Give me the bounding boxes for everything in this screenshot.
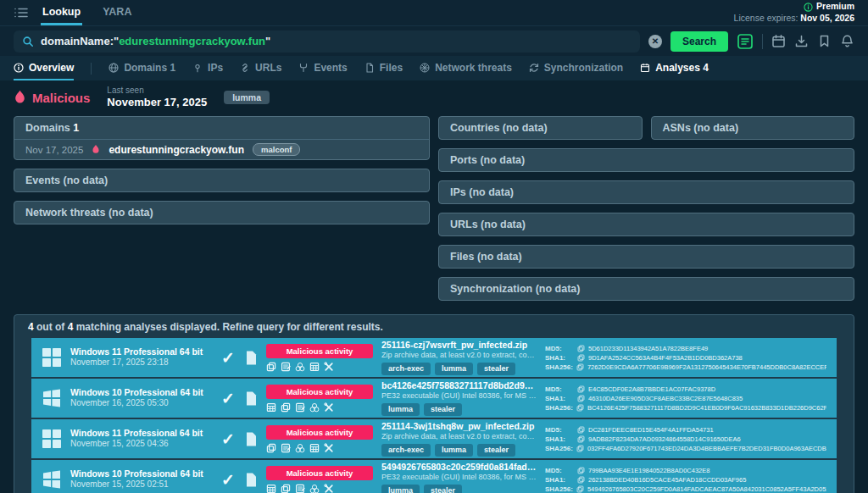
copy-icon[interactable]: [281, 484, 291, 493]
tag[interactable]: lumma: [381, 485, 420, 493]
search-icon: [22, 36, 34, 47]
report-icon[interactable]: [281, 362, 291, 372]
biohazard-icon[interactable]: [295, 362, 305, 372]
menu-icon[interactable]: [14, 5, 29, 20]
sample-filename[interactable]: 251116-czj7wsvrft_pw_infected.zip: [381, 340, 537, 351]
biohazard-icon[interactable]: [309, 402, 320, 413]
check-icon: ✓: [220, 429, 236, 449]
biohazard-icon[interactable]: [295, 443, 305, 453]
domain-row[interactable]: Nov 17, 2025 edurestunningcrackyow.fun m…: [14, 139, 429, 159]
tools-icon[interactable]: [324, 362, 334, 372]
analysis-row[interactable]: Windows 11 Professional 64 bitNovember 1…: [31, 338, 837, 377]
copy-icon[interactable]: [266, 443, 276, 453]
panel-events: Events (no data): [14, 169, 430, 192]
tab-ips[interactable]: IPs: [192, 56, 223, 80]
copy-hash-icon[interactable]: [576, 363, 584, 371]
sample-filename[interactable]: 5494926765803c20c259fd0a814fadcaeac87a50…: [381, 462, 537, 473]
report-icon[interactable]: [281, 443, 291, 453]
copy-hash-icon[interactable]: [577, 354, 585, 362]
analyses-rows: Windows 11 Professional 64 bitNovember 1…: [14, 338, 854, 493]
copy-hash-icon[interactable]: [577, 435, 585, 443]
tag[interactable]: stealer: [424, 485, 462, 493]
clear-search-button[interactable]: ✕: [648, 35, 662, 48]
sha256-hash: 7262D0E9CDA6A77706E9B969F2A1312750645434…: [587, 363, 826, 371]
check-icon: ✓: [220, 348, 236, 368]
grid-report-icon[interactable]: [266, 484, 276, 493]
copy-icon[interactable]: [266, 362, 276, 372]
threat-tag[interactable]: lumma: [224, 91, 270, 104]
tab-events[interactable]: Events: [298, 56, 347, 80]
overview-panels: Domains 1 Nov 17, 2025 edurestunningcrac…: [0, 114, 868, 307]
tag[interactable]: stealer: [477, 363, 515, 375]
copy-hash-icon[interactable]: [577, 345, 585, 352]
sample-filename[interactable]: 251114-3wj1tshq8w_pw_infected.zip: [381, 421, 537, 432]
tab-files[interactable]: Files: [364, 56, 403, 80]
copy-hash-icon[interactable]: [577, 395, 585, 402]
report-icon[interactable]: [295, 402, 305, 413]
analysis-row[interactable]: Windows 10 Professional 64 bitNovember 1…: [31, 379, 837, 418]
tools-icon[interactable]: [324, 402, 334, 413]
tag[interactable]: lumma: [435, 363, 473, 375]
tab-domains[interactable]: Domains 1: [108, 56, 175, 80]
analyses-section: 4 out of 4 matching analyses displayed. …: [14, 314, 854, 493]
query-value: edurestunningcrackyow.fun: [119, 35, 265, 47]
grid-report-icon[interactable]: [266, 402, 276, 413]
malicious-flame-icon: [92, 144, 100, 155]
sample-filename[interactable]: bc4126e425f75883271117d8bd2d9c41eb0d9f6a…: [381, 380, 537, 391]
grid-report-icon[interactable]: [309, 443, 320, 453]
panel-files: Files (no data): [438, 245, 854, 269]
tools-icon[interactable]: [324, 484, 334, 493]
domain-link[interactable]: edurestunningcrackyow.fun: [108, 144, 244, 156]
tag[interactable]: stealer: [477, 444, 515, 457]
biohazard-icon[interactable]: [309, 484, 320, 493]
analysis-row[interactable]: Windows 10 Professional 64 bitNovember 1…: [31, 460, 837, 493]
analysis-date: November 16, 2025 05:30: [70, 398, 211, 409]
sha1-hash: 9ADB82F8234DA7AD09324864558D14C91650DEA6: [588, 435, 741, 443]
copy-hash-icon[interactable]: [577, 426, 585, 434]
bookmark-icon[interactable]: [817, 34, 832, 48]
domain-date: Nov 17, 2025: [25, 145, 83, 155]
grid-report-icon[interactable]: [309, 362, 320, 372]
result-tabs: Overview Domains 1 IPs URLs Events Files…: [0, 56, 868, 80]
tab-overview[interactable]: Overview: [14, 56, 74, 80]
sha1-hash: 262138BDED40B16D5CACE45AFAD18CCDD03AF965: [588, 476, 746, 484]
tab-synchronization[interactable]: Synchronization: [529, 56, 623, 80]
info-icon: [804, 3, 813, 12]
panel-countries: Countries (no data): [438, 116, 643, 140]
top-tab-lookup[interactable]: Lookup: [41, 0, 82, 25]
tab-urls[interactable]: URLs: [240, 56, 281, 80]
tag[interactable]: arch-exec: [381, 363, 431, 375]
copy-hash-icon[interactable]: [576, 445, 584, 452]
copy-hash-icon[interactable]: [577, 385, 585, 393]
tag[interactable]: stealer: [424, 403, 462, 416]
tab-analyses[interactable]: Analyses 4: [640, 56, 709, 80]
tools-icon[interactable]: [324, 443, 334, 453]
copy-icon[interactable]: [281, 402, 291, 413]
query-templates-icon[interactable]: [737, 33, 754, 50]
malicious-activity-badge: Malicious activity: [266, 385, 373, 399]
copy-hash-icon[interactable]: [576, 404, 584, 412]
copy-hash-icon[interactable]: [577, 476, 585, 484]
tag[interactable]: lumma: [381, 403, 420, 416]
tab-network-threats[interactable]: Network threats: [420, 56, 512, 80]
copy-hash-icon[interactable]: [576, 485, 584, 493]
top-bar: Lookup YARA Premium License expires: Nov…: [0, 0, 868, 25]
copy-hash-icon[interactable]: [577, 467, 585, 474]
sha1-hash: 46310DA26EE905D3CF8AEBC33BC2E87E5648C835: [588, 395, 743, 402]
top-tab-yara[interactable]: YARA: [101, 0, 133, 25]
search-input[interactable]: domainName:"edurestunningcrackyow.fun": [14, 30, 640, 53]
analysis-row[interactable]: Windows 11 Professional 64 bitNovember 1…: [31, 419, 837, 458]
sha256-hash: 5494926765803C20C259FD0A814FADCAEAC87A50…: [587, 485, 826, 493]
download-icon[interactable]: [794, 34, 809, 48]
malicious-flame-icon: [14, 90, 26, 105]
search-button[interactable]: Search: [670, 31, 728, 52]
sample-filetype: Zip archive data, at least v2.0 to extra…: [381, 351, 537, 360]
report-icon[interactable]: [295, 484, 305, 493]
calendar-icon[interactable]: [771, 34, 786, 48]
tag[interactable]: lumma: [435, 444, 473, 457]
last-seen: Last seen November 17, 2025: [107, 86, 207, 109]
tag[interactable]: arch-exec: [381, 444, 431, 457]
windows10-icon: [42, 388, 62, 408]
notifications-icon[interactable]: [840, 34, 854, 48]
verdict-row: Malicious Last seen November 17, 2025 lu…: [0, 80, 868, 114]
